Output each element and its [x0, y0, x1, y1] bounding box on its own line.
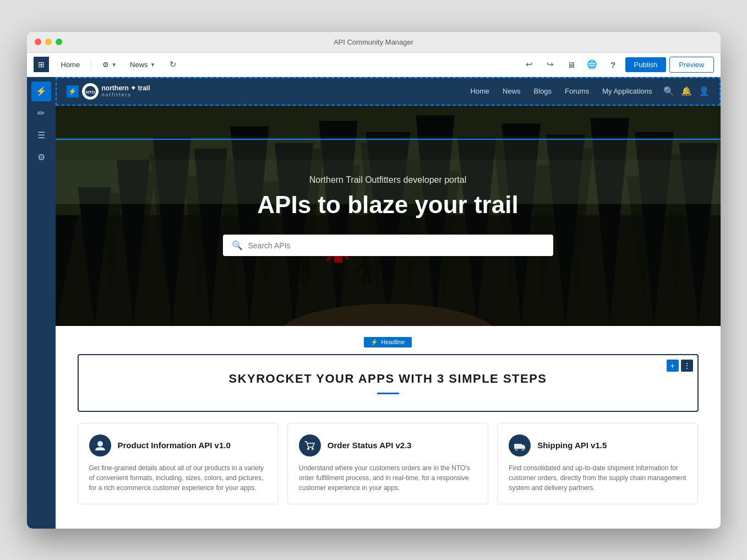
- svg-line-45: [302, 268, 303, 281]
- website-logo: ⚡ NTO northern ✦ trail outfitters: [67, 83, 150, 100]
- headline-underline: [377, 393, 399, 394]
- headline-lightning-icon: ⚡: [370, 339, 378, 346]
- redo-icon: ↪: [547, 59, 554, 69]
- mac-window: API Community Manager ⊞ Home ⚙ ▼ News ▼ …: [27, 32, 721, 529]
- svg-line-51: [335, 263, 336, 279]
- sidebar-list-icon[interactable]: ☰: [31, 126, 51, 145]
- website-nav: Home News Blogs Forums My Applications: [470, 87, 652, 95]
- undo-icon: ↩: [526, 59, 533, 69]
- hero-search-bar[interactable]: 🔍: [223, 235, 553, 256]
- website-nav-actions: 🔍 🔔 👤: [663, 86, 710, 96]
- website-header: ⚡ NTO northern ✦ trail outfitters: [56, 77, 721, 106]
- close-window-button[interactable]: [35, 39, 41, 45]
- settings-dropdown[interactable]: ⚙ ▼: [98, 58, 121, 71]
- hero-title: APIs to blaze your trail: [223, 192, 553, 218]
- toolbar-separator-1: [91, 59, 91, 70]
- logo-subtext: outfitters: [102, 92, 150, 97]
- bell-nav-icon[interactable]: 🔔: [681, 86, 692, 96]
- headline-badge: ⚡ Headline: [364, 337, 411, 347]
- svg-point-63: [515, 448, 517, 450]
- nav-news[interactable]: News: [503, 87, 521, 95]
- api-product-desc: Get fine-grained details about all of ou…: [89, 463, 267, 493]
- svg-point-60: [307, 448, 309, 450]
- svg-line-52: [340, 263, 342, 279]
- shipping-icon-svg: [514, 439, 526, 452]
- settings-dropdown-arrow: ▼: [111, 62, 117, 68]
- publish-button[interactable]: Publish: [625, 57, 667, 72]
- section-settings-button[interactable]: ⋮: [681, 360, 693, 372]
- toolbar-actions: ↩ ↪ 🖥 🌐 ? Publish Preview: [521, 56, 714, 73]
- page-dropdown[interactable]: News ▼: [126, 58, 160, 71]
- help-button[interactable]: ?: [604, 56, 622, 73]
- left-sidebar: ⚡ ✏ ☰ ⚙: [27, 77, 56, 529]
- api-order-desc: Understand where your customers orders a…: [299, 463, 477, 493]
- search-nav-icon[interactable]: 🔍: [663, 86, 674, 96]
- search-icon: 🔍: [232, 240, 243, 251]
- nav-home[interactable]: Home: [470, 87, 489, 95]
- api-card-product: Product Information API v1.0 Get fine-gr…: [78, 423, 279, 504]
- website-header-wrapper: ⚡ ⚡ Compact Header Shared ⚡: [56, 77, 721, 106]
- redo-button[interactable]: ↪: [542, 56, 559, 73]
- api-order-title: Order Status API v2.3: [328, 441, 412, 450]
- page-label: News: [130, 61, 148, 69]
- grid-icon: ⊞: [38, 60, 45, 69]
- headline-label-wrapper: ⚡ Headline: [67, 337, 710, 347]
- cms-toolbar: ⊞ Home ⚙ ▼ News ▼ ↻ ↩ ↪ 🖥: [27, 53, 721, 77]
- below-hero-section: ⚡ Headline SKYROCKET YOUR APPS WITH 3 SI…: [56, 326, 721, 529]
- api-shipping-desc: Find consolidated and up-to-date shipmen…: [509, 463, 686, 493]
- section-headline-actions: + ⋮: [667, 360, 693, 372]
- section-headline-container: SKYROCKET YOUR APPS WITH 3 SIMPLE STEPS …: [78, 354, 699, 412]
- undo-button[interactable]: ↩: [521, 56, 538, 73]
- desktop-view-button[interactable]: 🖥: [563, 56, 580, 73]
- api-card-order-header: Order Status API v2.3: [299, 434, 477, 456]
- mac-window-buttons: [35, 39, 62, 45]
- sidebar-gear-icon[interactable]: ⚙: [31, 148, 51, 167]
- maximize-window-button[interactable]: [56, 39, 62, 45]
- api-card-product-header: Product Information API v1.0: [89, 434, 267, 456]
- home-label: Home: [61, 61, 80, 69]
- sidebar-lightning-icon[interactable]: ⚡: [31, 81, 51, 101]
- logo-emblem: NTO: [84, 85, 96, 97]
- logo-text: northern ✦ trail: [102, 85, 150, 92]
- refresh-button[interactable]: ↻: [165, 56, 182, 73]
- svg-rect-54: [362, 259, 369, 271]
- api-product-icon: [89, 434, 111, 456]
- nav-blogs[interactable]: Blogs: [534, 87, 552, 95]
- sidebar-pencil-icon[interactable]: ✏: [31, 104, 51, 123]
- website-hero: Northern Trail Outfitters developer port…: [56, 106, 721, 326]
- api-cards-section: Product Information API v1.0 Get fine-gr…: [67, 412, 710, 518]
- cms-logo[interactable]: ⊞: [34, 57, 49, 72]
- svg-rect-62: [514, 444, 522, 449]
- home-nav-item[interactable]: Home: [57, 58, 85, 71]
- search-input[interactable]: [248, 241, 544, 250]
- add-section-button[interactable]: +: [667, 360, 679, 372]
- hero-selection-line: [56, 139, 721, 140]
- section-headline: SKYROCKET YOUR APPS WITH 3 SIMPLE STEPS: [90, 372, 686, 386]
- api-card-shipping: Shipping API v1.5 Find consolidated and …: [497, 423, 698, 504]
- page-dropdown-arrow: ▼: [150, 62, 156, 68]
- svg-point-61: [312, 448, 314, 450]
- api-order-icon: [299, 434, 321, 456]
- settings-icon: ⚙: [102, 61, 109, 69]
- globe-icon: 🌐: [587, 59, 597, 69]
- nav-forums[interactable]: Forums: [565, 87, 589, 95]
- globe-button[interactable]: 🌐: [584, 56, 601, 73]
- hero-content: Northern Trail Outfitters developer port…: [223, 175, 553, 256]
- website-preview: ⚡ ⚡ Compact Header Shared ⚡: [56, 77, 721, 529]
- mac-titlebar: API Community Manager: [27, 32, 721, 53]
- api-shipping-title: Shipping API v1.5: [537, 441, 607, 450]
- preview-button[interactable]: Preview: [669, 57, 713, 73]
- svg-text:NTO: NTO: [85, 90, 95, 95]
- user-nav-icon[interactable]: 👤: [699, 86, 710, 96]
- window-title: API Community Manager: [334, 38, 413, 46]
- minimize-window-button[interactable]: [45, 39, 52, 45]
- help-icon: ?: [610, 60, 615, 69]
- api-card-shipping-header: Shipping API v1.5: [509, 434, 686, 456]
- desktop-icon: 🖥: [567, 60, 575, 69]
- main-preview: ⚡ ⚡ Compact Header Shared ⚡: [56, 77, 721, 529]
- order-icon-svg: [304, 439, 316, 452]
- page-content: ⚡ ✏ ☰ ⚙ ⚡ ⚡ Compact Header Shared: [27, 77, 721, 529]
- product-icon-svg: [94, 439, 106, 452]
- nav-my-applications[interactable]: My Applications: [602, 87, 652, 95]
- hero-subtitle: Northern Trail Outfitters developer port…: [223, 175, 553, 185]
